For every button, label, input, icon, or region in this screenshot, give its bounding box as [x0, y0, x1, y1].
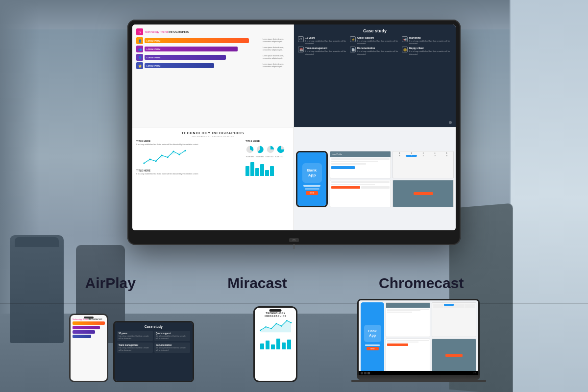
laptop-line-5 — [387, 342, 418, 343]
svg-point-15 — [276, 323, 277, 324]
bank-button-label: SEND — [310, 192, 315, 194]
svg-point-4 — [167, 156, 168, 158]
case-item-3: 📢 Marketing It is a long established fac… — [402, 36, 452, 45]
case-item-desc-3: It is a long established fact that a rea… — [409, 40, 452, 45]
cal-8 — [465, 306, 475, 308]
ui-row-3 — [331, 163, 366, 165]
tablet-grid: 10 years It is a long established fact t… — [117, 331, 190, 353]
laptop-orange-btn — [387, 343, 408, 346]
pie-label-3: YOUR TEXT — [265, 156, 274, 158]
case-icon-4: 📅 — [298, 47, 304, 52]
case-item-title-3: Marketing — [409, 36, 452, 39]
laptop-bank-bar-1 — [365, 344, 380, 346]
svg-point-2 — [155, 160, 156, 162]
ui-header-1: User Profile — [330, 151, 391, 157]
case-icon-6: 😊 — [402, 47, 408, 52]
bar-icon-3: 👤 — [136, 54, 143, 61]
bar-6 — [270, 166, 274, 176]
tablet-item-desc-2: It is a long established fact that a rea… — [156, 335, 189, 340]
bar-desc-2: Lorem ipsum dolor sit amet, consectetur … — [263, 47, 290, 51]
case-icon-5: 📄 — [350, 47, 356, 52]
laptop-bank-icon: BankApp — [364, 325, 381, 342]
svg-point-7 — [184, 149, 186, 151]
grid-cell: 4 — [429, 152, 441, 154]
tablet-item-3: Team management It is a long established… — [117, 343, 153, 353]
line-chart-area: TITLE HERE It is a long established fact… — [136, 140, 243, 176]
m-bar-1 — [260, 343, 264, 349]
case-item-desc-4: It is a long established fact that a rea… — [305, 50, 348, 55]
tv-logo — [289, 238, 299, 242]
cal-6 — [444, 306, 454, 308]
bar-icon-1: 👤 — [136, 37, 143, 44]
svg-point-0 — [143, 162, 145, 164]
tv-quadrant-3: TECHNOLOGY INFOGRAPHICS INFOGRAPHICS TEM… — [132, 127, 294, 230]
grid-cell: 3 — [417, 152, 429, 154]
case-item-4: 📅 Team management It is a long establish… — [298, 47, 348, 55]
case-text-1: 10 years It is a long established fact t… — [305, 36, 348, 45]
chromecast-label: Chromecast — [379, 275, 464, 292]
taskbar-item-1 — [361, 372, 363, 374]
mini-bar-1 — [73, 321, 105, 325]
tablet-screen: Case study 10 years It is a long establi… — [115, 322, 193, 381]
mini-bar-3 — [73, 330, 95, 334]
laptop-ui-1-body — [386, 308, 430, 314]
right-wall-column — [510, 0, 588, 392]
airplay-label: AirPlay — [85, 275, 136, 292]
tv-wall-mount — [294, 244, 294, 249]
tablet-item-4: Documentation It is a long established f… — [154, 343, 190, 353]
ui-row-2 — [331, 161, 378, 162]
ui-content-3 — [330, 180, 391, 207]
tech-infographic-title: TECHNOLOGY INFOGRAPHICS — [136, 131, 290, 135]
bar-desc-3: Lorem ipsum dolor sit amet, consectetur … — [263, 55, 290, 60]
mini-bar-2 — [73, 326, 100, 329]
airplay-section: AirPlay — [85, 275, 136, 292]
laptop-ui-1 — [386, 302, 430, 337]
tablet-item-title-1: 10 years — [119, 332, 151, 335]
ui-line-1 — [331, 181, 390, 183]
cal-5 — [433, 306, 443, 308]
case-grid: ⏱ 10 years It is a long established fact… — [298, 36, 452, 55]
cal-7 — [454, 306, 465, 308]
bar-4 — [260, 164, 264, 176]
case-item-title-6: Happy client — [409, 47, 452, 49]
chromecast-section: Chromecast — [379, 275, 464, 292]
cal-4 — [465, 304, 475, 306]
laptop-bank-btn-label: SEND — [370, 348, 374, 350]
bank-app-name: BankApp — [307, 168, 317, 177]
tablet-item-desc-4: It is a long established fact that a rea… — [156, 347, 189, 351]
pie-label-1: YOUR TEXT — [245, 156, 254, 158]
laptop-line-4 — [387, 340, 429, 341]
ui-btn-orange — [331, 186, 360, 189]
laptop-line-1 — [387, 309, 429, 310]
svg-point-17 — [287, 320, 288, 321]
grid-cell: 2 — [406, 152, 417, 154]
ui-row-1 — [331, 158, 390, 160]
case-text-3: Marketing It is a long established fact … — [409, 36, 452, 45]
laptop-base — [357, 375, 480, 380]
infographic-bar-3: 👤 LOREM IPSUM Lorem ipsum dolor sit amet… — [136, 54, 290, 61]
tv-frame: S Technology Trend INFOGRAPHIC 👤 LOREM I… — [127, 20, 461, 245]
bank-app-screen: BankApp SEND — [297, 152, 326, 206]
laptop-screen-content: BankApp SEND — [359, 300, 478, 375]
bar-label-4: LOREM IPSUM — [147, 65, 160, 67]
laptop-highlight — [445, 354, 463, 357]
tablet-item-2: Quick support It is a long established f… — [154, 331, 190, 341]
bar-1 — [245, 166, 249, 176]
bar-3 — [255, 168, 259, 176]
grid-cell: 10 — [441, 155, 452, 157]
case-item-title-4: Team management — [305, 47, 348, 49]
case-item-desc-6: It is a long established fact that a rea… — [409, 50, 452, 55]
grid-cell: 1 — [394, 152, 405, 154]
chromecast-laptop: BankApp SEND — [357, 299, 480, 382]
tablet-item-title-2: Quick support — [156, 332, 189, 335]
case-item-desc-1: It is a long established fact that a rea… — [305, 40, 348, 45]
pie-4 — [276, 145, 285, 154]
case-text-5: Documentation It is a long established f… — [357, 47, 400, 55]
case-dot — [449, 121, 452, 124]
ui-grid-2: 1 2 3 4 5 6 7 8 9 10 — [393, 151, 453, 158]
grid-cell: 8 — [417, 155, 429, 157]
ui-line-2 — [331, 184, 375, 185]
miracast-chart — [257, 318, 296, 333]
ui-btn-1 — [331, 166, 355, 169]
case-text-4: Team management It is a long established… — [305, 47, 348, 55]
